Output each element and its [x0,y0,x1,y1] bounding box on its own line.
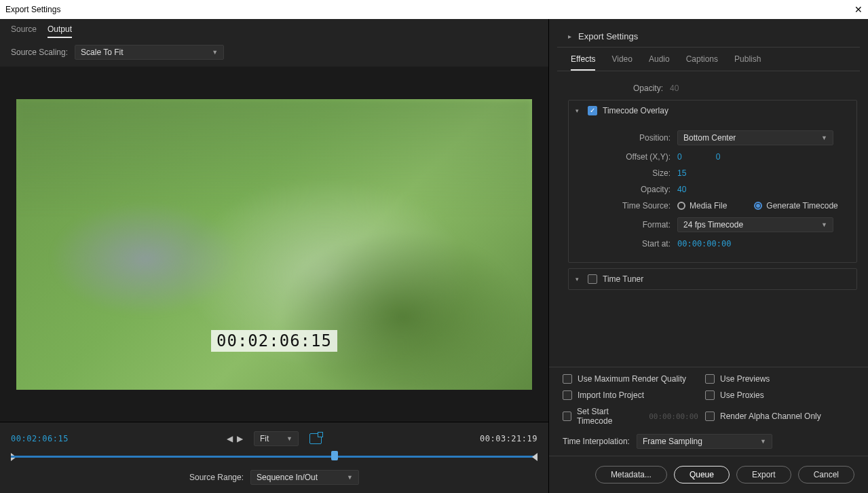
set-start-tc-checkbox[interactable] [563,412,571,421]
out-point-handle[interactable] [532,453,537,461]
metadata-button[interactable]: Metadata... [595,466,667,483]
twirl-down-icon: ▾ [575,107,582,114]
chevron-down-icon: ▼ [760,438,766,445]
position-value: Bottom Center [683,133,736,143]
timesource-generate-radio[interactable] [754,202,762,210]
timecode-overlay-section: ▾ Timecode Overlay Position: Bottom Cent… [568,100,857,263]
use-previews-checkbox[interactable] [705,374,715,384]
time-tuner-header[interactable]: ▾ Time Tuner [569,269,856,289]
export-options: Use Maximum Render Quality Use Previews … [549,367,868,456]
source-scaling-value: Scale To Fit [81,48,123,57]
position-dropdown[interactable]: Bottom Center ▼ [677,130,833,145]
time-tuner-section: ▾ Time Tuner [568,268,857,290]
offset-x-value[interactable]: 0 [677,152,682,162]
window-title: Export Settings [5,5,60,14]
tab-effects[interactable]: Effects [571,54,595,71]
settings-tabs: Effects Video Audio Captions Publish [557,48,860,71]
use-proxies-label: Use Proxies [720,390,764,400]
preview-panel: Source Output Source Scaling: Scale To F… [0,19,549,493]
export-settings-title: Export Settings [578,31,638,41]
export-button[interactable]: Export [736,466,791,483]
tc-opacity-value[interactable]: 40 [677,185,686,194]
use-previews-label: Use Previews [720,374,770,384]
source-scaling-label: Source Scaling: [11,48,68,57]
titlebar: Export Settings ✕ [0,0,868,19]
time-tuner-checkbox[interactable] [588,274,597,284]
zoom-fit-dropdown[interactable]: Fit ▼ [254,431,299,446]
playhead-timecode[interactable]: 00:02:06:15 [11,434,69,443]
source-range-dropdown[interactable]: Sequence In/Out ▼ [250,470,359,485]
timesource-generate-label: Generate Timecode [766,201,837,211]
timecode-overlay: 00:02:06:15 [211,330,337,352]
tab-source[interactable]: Source [11,24,37,38]
source-range-label: Source Range: [189,473,244,482]
timesource-media-radio[interactable] [677,202,685,210]
size-value[interactable]: 15 [677,168,686,178]
time-tuner-title: Time Tuner [603,274,643,284]
opacity-value[interactable]: 40 [670,84,679,93]
queue-button[interactable]: Queue [674,466,730,483]
cancel-button[interactable]: Cancel [798,466,854,483]
time-interpolation-value: Frame Sampling [643,437,702,446]
import-project-checkbox[interactable] [563,390,572,400]
set-start-tc-ghost: 00:00:00:00 [649,412,698,421]
position-label: Position: [575,133,677,143]
duration-timecode: 00:03:21:19 [480,434,537,443]
import-project-label: Import Into Project [578,390,644,400]
twirl-down-icon: ▾ [575,276,582,282]
timesource-label: Time Source: [575,201,677,211]
offset-y-value[interactable]: 0 [716,152,721,162]
preview-area: 00:02:06:15 [0,67,548,422]
aspect-ratio-icon[interactable] [309,433,322,444]
chevron-down-icon: ▼ [821,134,827,141]
timecode-overlay-title: Timecode Overlay [603,106,668,115]
opacity-label: Opacity: [568,84,670,93]
format-label: Format: [575,220,677,230]
tab-audio[interactable]: Audio [649,54,670,71]
format-dropdown[interactable]: 24 fps Timecode ▼ [677,217,833,232]
max-render-checkbox[interactable] [563,374,572,384]
timecode-overlay-header[interactable]: ▾ Timecode Overlay [569,101,856,121]
chevron-right-icon: ▸ [568,33,571,40]
tab-publish[interactable]: Publish [734,54,761,71]
use-proxies-checkbox[interactable] [705,390,715,400]
time-interpolation-dropdown[interactable]: Frame Sampling ▼ [637,434,772,449]
set-start-tc-label: Set Start Timecode [577,407,641,426]
chevron-down-icon: ▼ [212,49,218,56]
source-scaling-dropdown[interactable]: Scale To Fit ▼ [75,45,224,60]
startat-value[interactable]: 00:00:00:00 [677,239,731,249]
timecode-overlay-checkbox[interactable] [588,106,597,115]
max-render-label: Use Maximum Render Quality [578,374,686,384]
startat-label: Start at: [575,239,677,249]
time-interpolation-label: Time Interpolation: [563,437,630,446]
timeline-playhead[interactable] [331,451,338,460]
chevron-down-icon: ▼ [821,221,827,228]
tab-output[interactable]: Output [48,24,72,38]
render-alpha-checkbox[interactable] [705,412,715,421]
step-forward-icon[interactable]: ▶ [237,434,243,443]
step-back-icon[interactable]: ◀ [227,434,233,443]
timeline[interactable] [11,451,537,463]
export-settings-header[interactable]: ▸ Export Settings [568,31,849,41]
chevron-down-icon: ▼ [347,474,353,481]
chevron-down-icon: ▼ [286,435,293,442]
close-icon[interactable]: ✕ [854,4,863,15]
source-range-value: Sequence In/Out [257,473,318,482]
tab-video[interactable]: Video [611,54,632,71]
tab-captions[interactable]: Captions [686,54,718,71]
settings-panel: ▸ Export Settings Effects Video Audio Ca… [549,19,868,493]
timesource-media-label: Media File [690,201,727,211]
render-alpha-label: Render Alpha Channel Only [720,412,821,421]
tc-opacity-label: Opacity: [575,185,677,194]
size-label: Size: [575,168,677,178]
format-value: 24 fps Timecode [683,220,743,230]
dialog-buttons: Metadata... Queue Export Cancel [549,456,868,493]
offset-label: Offset (X,Y): [575,152,677,162]
video-preview[interactable]: 00:02:06:15 [16,99,532,390]
timeline-track[interactable] [11,456,537,458]
zoom-fit-value: Fit [260,434,269,443]
preview-tabs: Source Output [0,19,548,42]
